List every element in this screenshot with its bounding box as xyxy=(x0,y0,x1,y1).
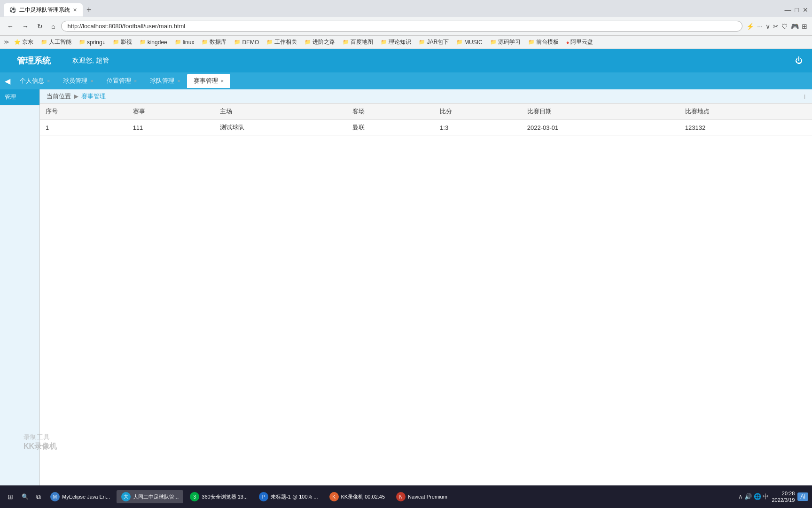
bookmark-music[interactable]: 📁 MUSIC xyxy=(453,38,485,47)
cell-score: 1:3 xyxy=(434,120,522,135)
app-body: 管理 当前位置 ▶ 赛事管理 | 序号 赛事 主场 客 xyxy=(0,89,812,508)
tab-label-team: 球队管理 xyxy=(150,77,174,85)
browser-360-label: 360安全浏览器 13... xyxy=(202,493,248,500)
bookmark-source[interactable]: 📁 源码学习 xyxy=(487,37,523,47)
app-header: 管理系统 欢迎您, 超管 ⏻ xyxy=(0,49,812,72)
tab-close-team[interactable]: × xyxy=(177,78,180,84)
close-icon[interactable]: ✕ xyxy=(803,6,808,14)
tab-close-btn[interactable]: ✕ xyxy=(73,7,77,13)
taskbar-myeclipse[interactable]: M MyEclipse Java En... xyxy=(46,490,115,503)
breadcrumb-separator: ▶ xyxy=(74,93,78,100)
tab-position-mgmt[interactable]: 位置管理 × xyxy=(100,74,143,88)
bookmark-template[interactable]: 📁 前台模板 xyxy=(525,37,562,47)
forward-button[interactable]: → xyxy=(20,22,31,31)
col-event: 赛事 xyxy=(127,103,215,120)
cell-event: 111 xyxy=(127,120,215,135)
football-label: 大同二中足球队管... xyxy=(133,493,179,500)
bookmark-progress[interactable]: 📁 进阶之路 xyxy=(302,37,338,47)
folder-icon-14: 📁 xyxy=(490,39,497,45)
ai-label: Ai xyxy=(797,492,808,501)
watermark-line1: 录制工具 xyxy=(23,433,57,442)
navicat-label: Navicat Premium xyxy=(408,494,447,500)
bookmark-jd[interactable]: ⭐ 京东 xyxy=(11,37,36,47)
ps-icon: P xyxy=(259,492,268,501)
maximize-icon[interactable]: □ xyxy=(795,6,799,14)
taskbar-360[interactable]: 3 360安全浏览器 13... xyxy=(185,490,252,503)
browser-toolbar-icons: ⚡ ··· ∨ ✂ 🛡 🎮 ⊞ xyxy=(746,23,807,30)
col-seq: 序号 xyxy=(40,103,127,120)
folder-icon-4: 📁 xyxy=(140,39,146,45)
football-app-icon: 大 xyxy=(121,492,131,501)
tab-close-match[interactable]: × xyxy=(221,78,224,84)
bookmark-theory[interactable]: 📁 理论知识 xyxy=(378,37,414,47)
tab-close-player[interactable]: × xyxy=(90,78,93,84)
ps-label: 未标题-1 @ 100% ... xyxy=(271,493,318,500)
new-tab-button[interactable]: + xyxy=(83,5,95,15)
tab-label-match: 赛事管理 xyxy=(194,77,218,85)
lightning-icon: ⚡ xyxy=(746,23,754,30)
col-away: 客场 xyxy=(347,103,434,120)
tab-bar-right-icons: ― □ ✕ xyxy=(785,6,808,14)
dropdown-icon[interactable]: ∨ xyxy=(765,23,770,30)
sidebar-item-mgmt[interactable]: 管理 xyxy=(0,89,39,105)
col-score: 比分 xyxy=(434,103,522,120)
tab-close-personal[interactable]: × xyxy=(47,78,50,84)
col-home: 主场 xyxy=(214,103,347,120)
tab-match-mgmt[interactable]: 赛事管理 × xyxy=(187,74,230,88)
home-button[interactable]: ⌂ xyxy=(49,22,57,31)
taskbar-kk[interactable]: K KK录像机 00:02:45 xyxy=(325,490,390,503)
bookmark-db[interactable]: 📁 数据库 xyxy=(199,37,229,47)
start-button[interactable]: ⊞ xyxy=(4,491,17,502)
breadcrumb-current: 赛事管理 xyxy=(81,92,106,101)
tab-team-mgmt[interactable]: 球队管理 × xyxy=(143,74,187,88)
bookmark-demo[interactable]: 📁 DEMO xyxy=(231,38,262,47)
folder-icon-3: 📁 xyxy=(113,39,119,45)
bookmark-map[interactable]: 📁 百度地图 xyxy=(340,37,376,47)
bookmark-jar[interactable]: 📁 JAR包下 xyxy=(416,37,452,47)
address-input[interactable] xyxy=(61,21,742,32)
cell-seq: 1 xyxy=(40,120,127,135)
tab-player-mgmt[interactable]: 球员管理 × xyxy=(56,74,100,88)
browser-tab[interactable]: ⚽ 二中足球队管理系统 ✕ xyxy=(4,3,83,16)
taskbar-navicat[interactable]: N Navicat Premium xyxy=(391,490,452,503)
back-button[interactable]: ← xyxy=(5,22,16,31)
bookmark-ai[interactable]: 📁 人工智能 xyxy=(38,37,74,47)
taskbar-system-tray: ∧ 🔊 🌐 中 xyxy=(738,492,769,501)
bookmark-kingdee[interactable]: 📁 kingdee xyxy=(137,38,170,47)
kk-label: KK录像机 00:02:45 xyxy=(341,493,385,500)
tab-close-position[interactable]: × xyxy=(134,78,137,84)
logout-icon[interactable]: ⏻ xyxy=(795,56,803,65)
col-location: 比赛地点 xyxy=(679,103,812,120)
logo-text: 管理系统 xyxy=(17,55,51,66)
taskbar-search[interactable]: 🔍 xyxy=(19,492,31,501)
browser-360-icon: 3 xyxy=(190,492,199,501)
taskbar-football[interactable]: 大 大同二中足球队管... xyxy=(117,490,183,503)
taskbar-photoshop[interactable]: P 未标题-1 @ 100% ... xyxy=(254,490,322,503)
tab-personal-info[interactable]: 个人信息 × xyxy=(13,74,56,88)
shield-icon: 🛡 xyxy=(781,23,788,30)
bookmark-work[interactable]: 📁 工作相关 xyxy=(264,37,300,47)
more-icon[interactable]: ··· xyxy=(757,23,763,30)
sidebar-toggle-btn[interactable]: ◀ xyxy=(2,76,13,87)
bookmark-aliyun[interactable]: ● 阿里云盘 xyxy=(563,37,596,47)
clock-time: 20:28 xyxy=(772,490,795,497)
folder-icon-12: 📁 xyxy=(419,39,425,45)
folder-icon-13: 📁 xyxy=(456,39,463,45)
folder-icon-7: 📁 xyxy=(234,39,241,45)
aliyun-icon: ● xyxy=(566,40,570,45)
folder-icon-2: 📁 xyxy=(79,39,86,45)
folder-icon-6: 📁 xyxy=(202,39,208,45)
cell-date: 2022-03-01 xyxy=(522,120,679,135)
col-date: 比赛日期 xyxy=(522,103,679,120)
breadcrumb: 当前位置 ▶ 赛事管理 | xyxy=(40,89,812,103)
taskbar-taskview[interactable]: ⧉ xyxy=(33,492,44,502)
bookmarks-arrow[interactable]: ≫ xyxy=(4,39,9,45)
bookmark-spring[interactable]: 📁 spring↓ xyxy=(76,38,108,47)
grid-icon[interactable]: ⊞ xyxy=(802,23,807,30)
minimize-icon[interactable]: ― xyxy=(785,6,791,14)
refresh-button[interactable]: ↻ xyxy=(35,22,45,31)
cell-home: 测试球队 xyxy=(214,120,347,135)
bookmark-yingshi[interactable]: 📁 影视 xyxy=(110,37,135,47)
bookmark-linux[interactable]: 📁 linux xyxy=(172,38,197,47)
tab-label-personal: 个人信息 xyxy=(20,77,44,85)
